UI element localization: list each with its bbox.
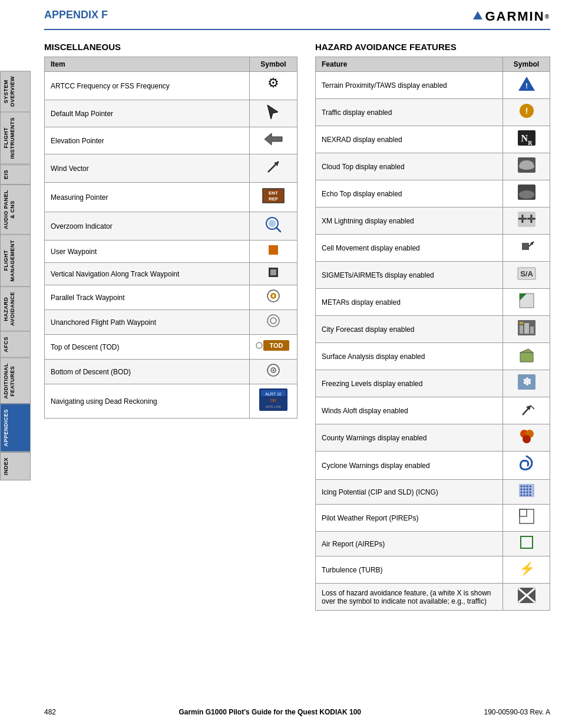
hazard-feature-text: Freezing Levels display enabled xyxy=(316,370,503,397)
hazard-feature-text: Pilot Weather Report (PIREPs) xyxy=(316,505,503,532)
user-waypoint-symbol xyxy=(267,244,279,256)
svg-text:❄: ❄ xyxy=(522,376,531,388)
table-row: Pilot Weather Report (PIREPs) xyxy=(316,505,550,532)
sidebar-item-afcs[interactable]: AFCS xyxy=(0,331,31,358)
sidebar-item-additional[interactable]: ADDITIONALFEATURES xyxy=(0,358,31,404)
svg-point-19 xyxy=(256,342,262,348)
hazard-feature-text: Turbulence (TURB) xyxy=(316,556,503,584)
hazard-symbol-cell: ❄ xyxy=(503,370,550,397)
hazard-symbol-cell xyxy=(503,452,550,480)
hazard-feature-text: Terrain Proximity/TAWS display enabled xyxy=(316,72,503,99)
misc-item-text: Overzoom Indicator xyxy=(45,212,250,241)
svg-rect-45 xyxy=(522,243,529,250)
table-row: ARTCC Frequency or FSS Frequency ⚙ xyxy=(45,72,297,100)
measuring-pointer-symbol: ENT REF xyxy=(262,186,285,205)
bod-symbol xyxy=(266,363,280,377)
hazard-feature-text: Cyclone Warnings display enabled xyxy=(316,452,503,480)
sidebar-item-index[interactable]: INDEX xyxy=(0,452,31,480)
misc-symbol-cell xyxy=(250,360,297,384)
hazard-symbol-cell: ! xyxy=(503,99,550,126)
hazard-feature-text: Surface Analysis display enabled xyxy=(316,343,503,370)
svg-text:TOD: TOD xyxy=(269,342,283,349)
sigmets-symbol: S/A xyxy=(517,265,536,282)
svg-rect-56 xyxy=(520,322,523,324)
sidebar-item-flight-instruments[interactable]: FLIGHTINSTRUMENTS xyxy=(0,112,31,164)
hazard-feature-text: Icing Potential (CIP and SLD) (ICNG) xyxy=(316,480,503,505)
traffic-symbol: ! xyxy=(518,103,535,119)
table-row: Bottom of Descent (BOD) xyxy=(45,360,297,384)
table-row: SIGMETs/AIRMETs display enabled S/A xyxy=(316,262,550,289)
loss-hazard-symbol xyxy=(517,587,536,604)
sidebar-item-system[interactable]: SYSTEMOVERVIEW xyxy=(0,71,31,112)
misc-symbol-cell xyxy=(250,263,297,285)
misc-symbol-cell xyxy=(250,212,297,241)
sidebar-item-flight-mgmt[interactable]: FLIGHTMANAGEMENT xyxy=(0,235,31,287)
table-row: NEXRAD display enabled NR xyxy=(316,126,550,153)
sidebar-item-audio-panel[interactable]: AUDIO PANEL& CNS xyxy=(0,185,31,235)
misc-item-text: Default Map Pointer xyxy=(45,100,250,127)
svg-rect-53 xyxy=(520,325,523,334)
misc-table: Item Symbol ARTCC Frequency or FSS Frequ… xyxy=(44,57,297,419)
table-row: Cyclone Warnings display enabled xyxy=(316,452,550,480)
svg-point-73 xyxy=(523,489,525,490)
svg-point-70 xyxy=(526,486,528,487)
misc-item-text: Navigating using Dead Reckoning xyxy=(45,384,250,419)
wind-vector-symbol xyxy=(265,158,282,176)
hazard-symbol-cell xyxy=(503,316,550,343)
two-columns: MISCELLANEOUS Item Symbol ARTCC Frequenc… xyxy=(44,42,550,611)
svg-marker-1 xyxy=(267,105,278,119)
table-row: Measuring Pointer ENT REF xyxy=(45,183,297,212)
svg-rect-11 xyxy=(269,245,278,255)
county-warnings-symbol xyxy=(518,428,535,444)
cyclone-symbol xyxy=(518,455,535,473)
hazard-feature-text: NEXRAD display enabled xyxy=(316,126,503,153)
svg-text:REF: REF xyxy=(269,196,278,202)
svg-text:!: ! xyxy=(525,82,528,90)
svg-point-17 xyxy=(267,315,279,327)
table-row: Echo Top display enabled xyxy=(316,180,550,207)
svg-point-74 xyxy=(526,489,528,490)
misc-item-text: Measuring Pointer xyxy=(45,183,250,212)
hazard-feature-text: SIGMETs/AIRMETs display enabled xyxy=(316,262,503,289)
svg-rect-13 xyxy=(270,269,276,275)
hazard-feature-text: Cell Movement display enabled xyxy=(316,235,503,262)
hazard-symbol-cell: ⚡ xyxy=(503,556,550,584)
table-row: City Forecast display enabled xyxy=(316,316,550,343)
artcc-symbol: ⚙ xyxy=(265,75,282,93)
hazard-symbol-cell xyxy=(503,584,550,611)
hazard-symbol-cell: NR xyxy=(503,126,550,153)
cell-movement-symbol xyxy=(517,238,536,255)
hazard-col-symbol: Symbol xyxy=(503,57,550,72)
table-row: Traffic display enabled ! xyxy=(316,99,550,126)
hazard-symbol-cell xyxy=(503,424,550,452)
svg-marker-2 xyxy=(265,133,282,145)
misc-item-text: Elevation Pointer xyxy=(45,127,250,154)
pointer-symbol xyxy=(265,104,282,120)
svg-text:GPS LOK: GPS LOK xyxy=(266,405,281,409)
table-row: Overzoom Indicator xyxy=(45,212,297,241)
svg-point-68 xyxy=(520,486,522,487)
hazard-table-body: Terrain Proximity/TAWS display enabled !… xyxy=(316,72,550,611)
sidebar-item-appendices[interactable]: APPENDICES xyxy=(0,404,31,452)
svg-text:!: ! xyxy=(525,106,528,116)
svg-point-38 xyxy=(519,163,527,169)
svg-point-75 xyxy=(529,489,531,490)
hazard-symbol-cell xyxy=(503,235,550,262)
turbulence-symbol: ⚡ xyxy=(518,560,535,577)
misc-symbol-cell xyxy=(250,310,297,335)
tod-symbol: TOD xyxy=(256,338,291,353)
footer-right-text: 190-00590-03 Rev. A xyxy=(484,708,550,716)
sidebar-item-eis[interactable]: EIS xyxy=(0,164,31,185)
registered-mark: ® xyxy=(545,14,550,20)
svg-line-10 xyxy=(276,228,280,232)
table-row: Cell Movement display enabled xyxy=(316,235,550,262)
sidebar-item-hazard[interactable]: HAZARDAVOIDANCE xyxy=(0,286,31,331)
misc-col-symbol: Symbol xyxy=(250,57,297,72)
misc-symbol-cell: ⚙ xyxy=(250,72,297,100)
misc-symbol-cell: ALRT 10 DR GPS LOK xyxy=(250,384,297,419)
svg-point-24 xyxy=(273,370,275,371)
icing-symbol xyxy=(518,483,535,498)
svg-point-83 xyxy=(529,495,531,496)
hazard-feature-text: Air Report (AIREPs) xyxy=(316,532,503,556)
aireps-symbol xyxy=(520,535,534,549)
